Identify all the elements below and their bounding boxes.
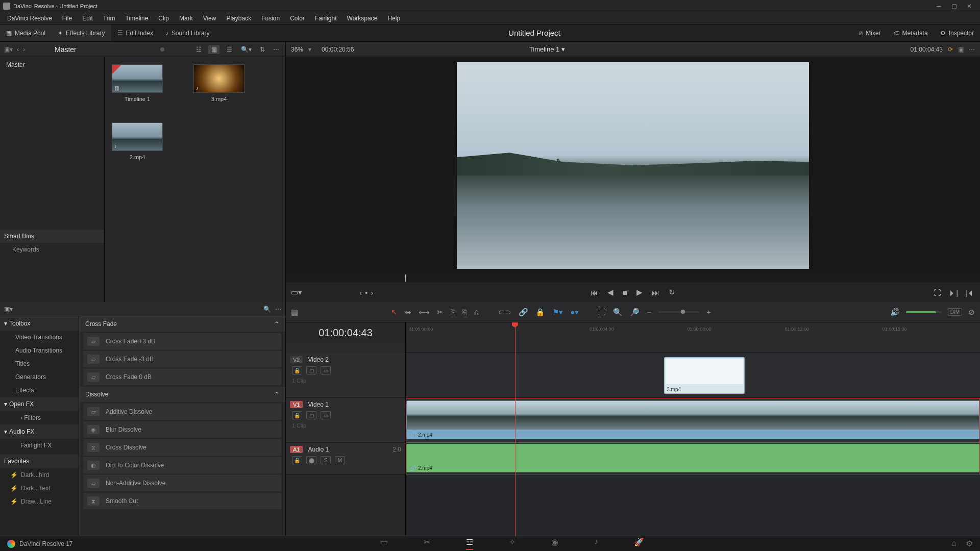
close-button[interactable]: ✕	[962, 1, 977, 11]
media-pool-toggle[interactable]: ▦Media Pool	[0, 24, 52, 41]
clip-2mp4-audio[interactable]: 🔗2.mp4	[406, 444, 979, 472]
menu-view[interactable]: View	[198, 15, 222, 22]
track-header-a1[interactable]: A1Audio 12.0 🔓⬤SM	[286, 443, 405, 474]
menu-fusion[interactable]: Fusion	[256, 15, 285, 22]
track-tag[interactable]: V2	[290, 356, 303, 363]
panel-menu-icon[interactable]: ▣▾	[4, 306, 13, 313]
clip-3mp4[interactable]: ♪ 3.mp4	[193, 64, 244, 102]
cat-filters[interactable]: › Filters	[0, 411, 79, 424]
playhead[interactable]	[515, 322, 516, 536]
cat-effects[interactable]: Effects	[0, 384, 79, 397]
trim-tool[interactable]: ⇹	[405, 308, 411, 317]
cat-fairlight-fx[interactable]: Fairlight FX	[0, 439, 79, 452]
next-edit-nav-icon[interactable]: ›	[371, 288, 373, 297]
track-header-v1[interactable]: V1Video 1 🔓▢▭ 1 Clip	[286, 398, 405, 443]
mixer-toggle[interactable]: ⎚Mixer	[853, 24, 887, 41]
favorite-item[interactable]: ⚡Draw...Line	[0, 495, 79, 508]
timeline-ruler[interactable]: 01:00:00:00 01:00:04:00 01:00:08:00 01:0…	[406, 322, 980, 353]
view-metadata-icon[interactable]: ☳	[193, 45, 204, 54]
zoom-to-fit-icon[interactable]: ⛶	[598, 308, 606, 316]
menu-playback[interactable]: Playback	[221, 15, 256, 22]
menu-fairlight[interactable]: Fairlight	[310, 15, 342, 22]
mute-monitor-icon[interactable]: ⊘	[968, 308, 975, 317]
fx-dip-color[interactable]: ◐Dip To Color Dissolve	[83, 457, 281, 473]
nav-fwd-icon[interactable]: ›	[23, 46, 25, 53]
track-tag[interactable]: V1	[290, 401, 303, 408]
link-toggle[interactable]: 🔗	[519, 308, 528, 317]
clip-2mp4-on-v1[interactable]: 🔗2.mp4	[406, 400, 979, 439]
fx-crossfade-0[interactable]: ▱Cross Fade 0 dB	[83, 369, 281, 385]
track-tag[interactable]: A1	[290, 446, 303, 453]
play-reverse-button[interactable]: ◀	[607, 288, 614, 297]
fx-cross-dissolve[interactable]: ⧖Cross Dissolve	[83, 439, 281, 456]
fx-blur-dissolve[interactable]: ◉Blur Dissolve	[83, 421, 281, 438]
view-thumb-icon[interactable]: ▦	[208, 45, 219, 54]
sound-library-toggle[interactable]: ♪Sound Library	[159, 24, 216, 41]
color-page-button[interactable]: ◉	[551, 537, 558, 550]
prev-mark-icon[interactable]: |⏴	[965, 288, 975, 297]
bypass-icon[interactable]: ⟳	[948, 46, 953, 53]
project-settings-button[interactable]: ⚙	[966, 539, 973, 548]
edit-index-toggle[interactable]: ☰Edit Index	[111, 24, 159, 41]
cut-page-button[interactable]: ✂	[424, 537, 430, 550]
search-icon[interactable]: 🔍	[263, 306, 271, 313]
viewer-canvas[interactable]: ↖	[286, 57, 980, 273]
home-button[interactable]: ⌂	[951, 539, 957, 548]
fx-smooth-cut[interactable]: ⧗Smooth Cut	[83, 493, 281, 509]
cat-titles[interactable]: Titles	[0, 357, 79, 370]
enable-track-icon[interactable]: ▢	[306, 411, 316, 419]
arm-track-icon[interactable]: ⬤	[306, 456, 316, 464]
options-icon[interactable]: ⋯	[273, 46, 279, 53]
menu-timeline[interactable]: Timeline	[120, 15, 153, 22]
dim-button[interactable]: DIM	[948, 308, 962, 316]
track-header-v2[interactable]: V2Video 2 🔓▢▭ 1 Clip	[286, 353, 405, 398]
menu-file[interactable]: File	[57, 15, 77, 22]
search-icon[interactable]: 🔍▾	[241, 46, 252, 53]
menu-color[interactable]: Color	[285, 15, 310, 22]
bin-color-dot[interactable]	[160, 47, 164, 52]
timeline-view-icon[interactable]: ▦	[291, 308, 298, 317]
inspector-toggle[interactable]: ⚙Inspector	[934, 24, 980, 41]
solo-button[interactable]: S	[321, 456, 331, 464]
favorite-item[interactable]: ⚡Dark...hird	[0, 468, 79, 482]
nav-back-icon[interactable]: ‹	[17, 46, 19, 53]
blade-tool[interactable]: ✂	[437, 308, 444, 317]
marker-icon[interactable]: ●▾	[570, 308, 579, 317]
replace-tool[interactable]: ⎌	[474, 308, 479, 316]
lock-icon[interactable]: 🔒	[535, 308, 545, 317]
fairlight-page-button[interactable]: ♪	[594, 537, 598, 550]
menu-workspace[interactable]: Workspace	[342, 15, 383, 22]
mute-button[interactable]: M	[335, 456, 345, 464]
detail-zoom-icon[interactable]: 🔍	[613, 308, 623, 317]
menu-trim[interactable]: Trim	[98, 15, 120, 22]
custom-zoom-icon[interactable]: 🔎	[630, 308, 640, 317]
options-icon[interactable]: ⋯	[275, 306, 281, 313]
sort-icon[interactable]: ⇅	[260, 46, 265, 53]
loop-button[interactable]: ↻	[669, 288, 675, 297]
lock-track-icon[interactable]: 🔓	[292, 456, 302, 464]
fx-non-additive[interactable]: ▱Non-Additive Dissolve	[83, 475, 281, 491]
prev-edit-nav-icon[interactable]: ‹	[359, 288, 362, 297]
maximize-button[interactable]: ▢	[946, 1, 962, 11]
fx-additive-dissolve[interactable]: ▱Additive Dissolve	[83, 404, 281, 420]
lock-track-icon[interactable]: 🔓	[292, 366, 302, 374]
clips-grid[interactable]: ▥ Timeline 1 ♪ 3.mp4 ♪ 2.mp4	[105, 57, 285, 302]
media-page-button[interactable]: ▭	[380, 537, 388, 550]
viewer-options-icon[interactable]: ⋯	[969, 46, 975, 53]
fx-crossfade-minus3[interactable]: ▱Cross Fade -3 dB	[83, 351, 281, 367]
viewer-zoom[interactable]: 36%	[291, 46, 303, 53]
selection-tool[interactable]: ↖	[391, 308, 398, 317]
volume-icon[interactable]: 🔊	[890, 308, 900, 317]
stop-button[interactable]: ■	[623, 288, 627, 297]
view-list-icon[interactable]: ☰	[224, 45, 235, 54]
next-mark-icon[interactable]: ⏵|	[948, 288, 958, 297]
edit-dot-icon[interactable]: •	[365, 288, 368, 297]
dynamic-trim-tool[interactable]: ⟷	[419, 308, 430, 317]
play-button[interactable]: ▶	[636, 288, 643, 297]
volume-slider[interactable]	[906, 311, 942, 313]
lock-track-icon[interactable]: 🔓	[292, 411, 302, 419]
current-bin-label[interactable]: Master	[55, 45, 77, 54]
menu-edit[interactable]: Edit	[77, 15, 98, 22]
menu-help[interactable]: Help	[382, 15, 405, 22]
insert-tool[interactable]: ⎘	[451, 308, 455, 316]
